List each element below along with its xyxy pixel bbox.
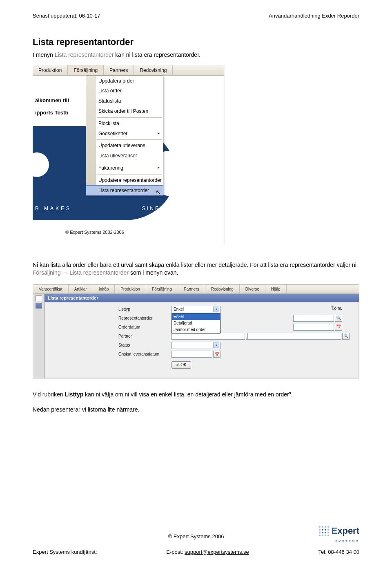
search-icon[interactable]: 🔍 <box>335 315 342 322</box>
listtyp-dropdown: Enkel Detaljerad Jämför med order <box>172 313 220 333</box>
page-header: Senast uppdaterat: 06-10-17 Användarhand… <box>33 12 359 20</box>
option-detaljerad[interactable]: Detaljerad <box>172 320 220 327</box>
dropdown-menu: Uppdatera orderLista orderStatuslistaSki… <box>86 76 163 196</box>
ok-button[interactable]: ✔ OK <box>172 361 191 369</box>
label-partner: Partner <box>118 333 172 339</box>
app-copyright: © Expert Systems 2002-2006 <box>65 229 124 235</box>
form-panel: Listtyp Enkel ▾ Enkel Detaljerad Jämför … <box>45 302 359 378</box>
form-tab[interactable]: Inköp <box>93 285 115 293</box>
input-partner-2[interactable] <box>247 333 341 340</box>
tab-partners[interactable]: Partners <box>104 65 134 75</box>
logo-shape <box>33 152 49 177</box>
label-orderdatum: Orderdatum <box>118 325 172 330</box>
grid-icon[interactable] <box>36 303 42 309</box>
option-enkel[interactable]: Enkel <box>172 313 220 320</box>
tab-produktion[interactable]: Produktion <box>33 65 68 75</box>
screenshot-form: VarucertifikatArtiklarInköpProduktionFör… <box>33 284 359 378</box>
input-onskat[interactable] <box>172 351 212 358</box>
form-tab[interactable]: Partners <box>178 285 205 293</box>
label-listtyp: Listtyp <box>118 307 172 312</box>
header-date: Senast uppdaterat: 06-10-17 <box>33 12 100 20</box>
select-status[interactable]: ▾ <box>172 342 220 349</box>
menu-item[interactable]: Lista utleveranser <box>86 151 163 161</box>
form-tab[interactable]: Hjälp <box>265 285 287 293</box>
select-listtyp[interactable]: Enkel ▾ <box>172 306 220 313</box>
section-title: Lista representantorder <box>33 36 359 49</box>
footer-mid: E-post: support@expertsystems.se <box>166 548 249 556</box>
menu-separator <box>97 139 162 140</box>
logo-text-left: R MAKES <box>35 205 71 212</box>
logo-subtext: SYSTEMS <box>335 539 359 544</box>
label-tom: T.o.m. <box>331 306 342 311</box>
chevron-down-icon[interactable]: ▾ <box>213 307 219 312</box>
tab-forsaljning[interactable]: Försäljning <box>68 65 104 75</box>
menu-separator <box>97 162 162 162</box>
cursor-icon: ↖ <box>156 188 161 197</box>
check-icon: ✔ <box>176 362 179 368</box>
intro-link: Lista representantorder <box>55 51 114 58</box>
menu-item[interactable]: Skicka order till Posten <box>86 106 163 116</box>
logo-text: Expert <box>332 525 359 537</box>
footer-right: Tel: 08-446 34 00 <box>318 548 359 556</box>
menu-item[interactable]: Fakturering <box>86 163 163 173</box>
home-icon[interactable] <box>36 295 42 301</box>
menu-item[interactable]: Statuslista <box>86 96 163 106</box>
search-icon[interactable]: 🔍 <box>342 333 350 340</box>
left-sidebar <box>33 294 45 378</box>
calendar-icon[interactable]: 📅 <box>213 351 220 358</box>
label-status: Status <box>118 342 172 348</box>
form-tab[interactable]: Försäljning <box>146 285 178 293</box>
menu-item[interactable]: Lista order <box>86 86 163 96</box>
calendar-icon[interactable]: 📅 <box>335 324 342 331</box>
tom-group: T.o.m. <box>331 306 342 311</box>
form-tabs: VarucertifikatArtiklarInköpProduktionFör… <box>33 285 359 294</box>
option-jamfor[interactable]: Jämför med order <box>172 327 220 333</box>
body-para-3: Nedan presenterar vi listorna lite närma… <box>33 406 359 414</box>
logo-text-right: SINESS <box>142 205 170 212</box>
page-footer: © Expert Systems 2006 Expert Systems kun… <box>33 533 359 556</box>
body-para-1: Ni kan lista alla order eller bara ett u… <box>33 261 359 277</box>
form-tab[interactable]: Varucertifikat <box>33 285 69 293</box>
top-toolbar: Produktion Försäljning Partners Redovisn… <box>33 65 224 76</box>
expert-logo: Expert SYSTEMS <box>319 525 359 544</box>
panel-title: Lista representantorder <box>45 294 359 302</box>
menu-item[interactable]: Lista representantorder <box>86 185 163 196</box>
nav-path: Försäljning → Lista representantorder <box>33 269 129 276</box>
footer-left: Expert Systems kundtjänst: <box>33 548 97 556</box>
menu-item[interactable]: Uppdatera order <box>86 76 163 86</box>
header-title: Användarhandledning Exder Reporder <box>269 12 359 20</box>
body-para-2: Vid rubriken Listtyp kan ni välja om ni … <box>33 391 359 399</box>
chevron-down-icon[interactable]: ▾ <box>213 342 219 348</box>
screenshot-menu: Produktion Försäljning Partners Redovisn… <box>33 65 225 245</box>
menu-item[interactable]: Uppdatera representantorder <box>86 175 163 186</box>
form-tab[interactable]: Redovisning <box>205 285 240 293</box>
input-tom-date[interactable] <box>293 324 334 331</box>
form-tab[interactable]: Produktion <box>115 285 146 293</box>
logo-dots-icon <box>319 526 329 536</box>
form-tab[interactable]: Diverse <box>240 285 265 293</box>
label-repr: Representantorder <box>118 316 172 321</box>
menu-separator <box>97 174 162 175</box>
menu-item[interactable]: Plocklista <box>86 119 163 129</box>
menu-item[interactable]: Uppdatera utleverans <box>86 141 163 151</box>
listtyp-bold: Listtyp <box>65 391 83 398</box>
form-tab[interactable]: Artiklar <box>69 285 93 293</box>
support-email-link[interactable]: support@expertsystems.se <box>185 549 249 555</box>
menu-separator <box>97 117 162 118</box>
input-tom-repr[interactable] <box>293 315 334 322</box>
label-onskat: Önskat leveransdatum <box>118 351 172 357</box>
tab-redovisning[interactable]: Redovisning <box>134 65 173 75</box>
menu-item[interactable]: Godsetiketter <box>86 129 163 139</box>
footer-copyright: © Expert Systems 2006 <box>33 533 359 540</box>
input-partner[interactable] <box>172 333 245 340</box>
intro-text: I menyn Lista representantorder kan ni l… <box>33 51 359 59</box>
